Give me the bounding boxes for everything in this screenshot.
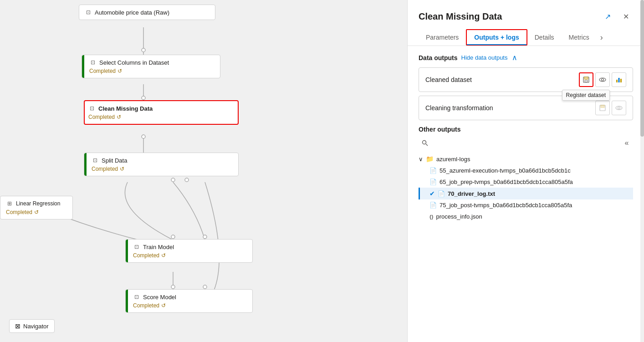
navigator-icon: ⊠ — [15, 322, 20, 330]
pipeline-canvas[interactable]: ⊡ Automobile price data (Raw) ⊡ Select C… — [0, 0, 407, 342]
eye-icon — [599, 76, 606, 83]
svg-point-4 — [142, 48, 145, 52]
right-panel: Clean Missing Data ↗ ✕ Parameters Output… — [407, 0, 644, 342]
svg-rect-20 — [620, 79, 622, 82]
svg-point-6 — [142, 135, 145, 138]
tab-details[interactable]: Details — [527, 29, 562, 46]
refresh-icon: ↺ — [120, 166, 124, 172]
module-icon: ⊡ — [88, 105, 96, 112]
node-score-model[interactable]: ⊡ Score Model Completed ↺ — [125, 289, 253, 313]
svg-line-26 — [426, 144, 428, 146]
node-status: Completed ↺ — [133, 302, 247, 309]
collapse-panel-button[interactable]: « — [620, 137, 633, 149]
file-icon: 📄 — [438, 190, 445, 197]
node-train-model[interactable]: ⊡ Train Model Completed ↺ — [125, 239, 253, 263]
register-transformation-button[interactable] — [595, 101, 610, 115]
node-status: Completed ↺ — [6, 209, 67, 215]
panel-title-row: Clean Missing Data ↗ ✕ — [419, 9, 633, 24]
register-dataset-button[interactable] — [579, 72, 593, 87]
svg-point-8 — [185, 178, 189, 182]
svg-point-12 — [203, 285, 207, 289]
search-icon — [422, 140, 428, 146]
scrollbar-thumb[interactable] — [640, 0, 644, 137]
cleaned-dataset-row: Cleaned dataset — [419, 67, 633, 92]
panel-title-icons: ↗ ✕ — [600, 9, 633, 24]
file-icon: 📄 — [429, 179, 437, 185]
refresh-icon: ↺ — [117, 114, 121, 120]
cleaned-dataset-label: Cleaned dataset — [425, 76, 472, 83]
panel-title: Clean Missing Data — [419, 11, 502, 22]
refresh-icon: ↺ — [161, 252, 166, 259]
hide-data-outputs-link[interactable]: Hide data outputs — [461, 54, 508, 61]
close-panel-button[interactable]: ✕ — [618, 9, 633, 24]
svg-point-24 — [618, 107, 620, 109]
save-icon-2 — [599, 104, 606, 112]
other-outputs-toolbar: « — [419, 137, 633, 149]
json-icon: {} — [429, 214, 434, 219]
register-dataset-tooltip: Register dataset — [562, 90, 610, 101]
module-icon: ⊡ — [133, 243, 140, 250]
svg-rect-22 — [601, 105, 604, 107]
visualize-button[interactable] — [595, 72, 610, 87]
search-files-button[interactable] — [419, 137, 431, 149]
svg-rect-18 — [616, 80, 618, 82]
cleaned-dataset-actions — [579, 72, 626, 87]
tab-more[interactable]: › — [597, 29, 607, 46]
file-item-75[interactable]: 📄 75_job_post-tvmps_b0a66d1bcb5dcb1cca80… — [419, 199, 633, 211]
panel-content: Data outputs Hide data outputs ∧ Cleaned… — [408, 46, 644, 342]
folder-icon: 📁 — [426, 155, 434, 163]
status-bar — [82, 55, 84, 78]
file-item-70[interactable]: ✔ 📄 70_driver_log.txt — [419, 188, 633, 199]
svg-rect-14 — [584, 77, 588, 79]
svg-point-17 — [602, 79, 604, 81]
refresh-icon: ↺ — [161, 302, 166, 309]
svg-point-9 — [171, 235, 175, 239]
node-select-columns[interactable]: ⊡ Select Columns in Dataset Completed ↺ — [82, 55, 220, 78]
chevron-up-icon: ∧ — [512, 53, 517, 62]
file-tree: ∨ 📁 azureml-logs 📄 55_azureml-execution-… — [419, 153, 633, 222]
node-linear-regression[interactable]: ⊞ Linear Regression Completed ↺ — [0, 196, 73, 219]
module-icon: ⊡ — [92, 157, 99, 164]
node-status: Completed ↺ — [88, 114, 232, 120]
file-item-process-info[interactable]: {} process_info.json — [419, 211, 633, 222]
panel-tabs: Parameters Outputs + logs Details Metric… — [419, 29, 633, 46]
bar-chart-icon — [615, 76, 623, 83]
status-bar — [126, 290, 128, 312]
cleaning-transformation-label: Cleaning transformation — [425, 104, 493, 112]
node-status: Completed ↺ — [133, 252, 247, 259]
file-icon: 📄 — [429, 167, 437, 174]
tab-outputs-logs[interactable]: Outputs + logs — [466, 29, 527, 46]
scrollbar-track — [640, 0, 644, 342]
node-status: Completed ↺ — [89, 68, 215, 74]
visualize-transformation-button[interactable] — [612, 101, 626, 115]
data-outputs-label: Data outputs — [419, 54, 458, 61]
expand-panel-button[interactable]: ↗ — [600, 9, 615, 24]
svg-rect-19 — [618, 78, 620, 82]
file-icon: 📄 — [429, 202, 437, 209]
azureml-logs-folder[interactable]: ∨ 📁 azureml-logs — [419, 153, 633, 165]
svg-rect-15 — [585, 80, 588, 82]
node-clean-missing[interactable]: ⊡ Clean Missing Data Completed ↺ — [84, 100, 239, 125]
tab-parameters[interactable]: Parameters — [419, 29, 466, 46]
node-automobile-price[interactable]: ⊡ Automobile price data (Raw) — [79, 5, 215, 20]
chart-button[interactable] — [612, 72, 626, 87]
file-item-65[interactable]: 📄 65_job_prep-tvmps_b0a66d1bcb5dcb1cca80… — [419, 176, 633, 188]
svg-point-7 — [171, 178, 175, 182]
file-item-55[interactable]: 📄 55_azureml-execution-tvmps_b0a66d1bcb5… — [419, 165, 633, 176]
svg-point-10 — [203, 235, 207, 239]
navigator-button[interactable]: ⊠ Navigator — [9, 319, 55, 333]
svg-point-5 — [142, 96, 145, 100]
cleaning-transformation-actions — [595, 101, 626, 115]
chevron-down-icon: ∨ — [419, 156, 423, 163]
dataset-icon: ⊡ — [85, 9, 92, 16]
eye-icon-2 — [615, 104, 623, 112]
tab-metrics[interactable]: Metrics — [562, 29, 597, 46]
panel-header: Clean Missing Data ↗ ✕ Parameters Output… — [408, 0, 644, 46]
status-bar — [84, 153, 87, 176]
node-split-data[interactable]: ⊡ Split Data Completed ↺ — [84, 153, 239, 176]
node-status: Completed ↺ — [92, 166, 233, 172]
refresh-icon: ↺ — [34, 209, 39, 215]
module-icon: ⊡ — [89, 59, 97, 66]
other-outputs-title: Other outputs — [419, 126, 633, 133]
svg-point-11 — [171, 285, 175, 289]
